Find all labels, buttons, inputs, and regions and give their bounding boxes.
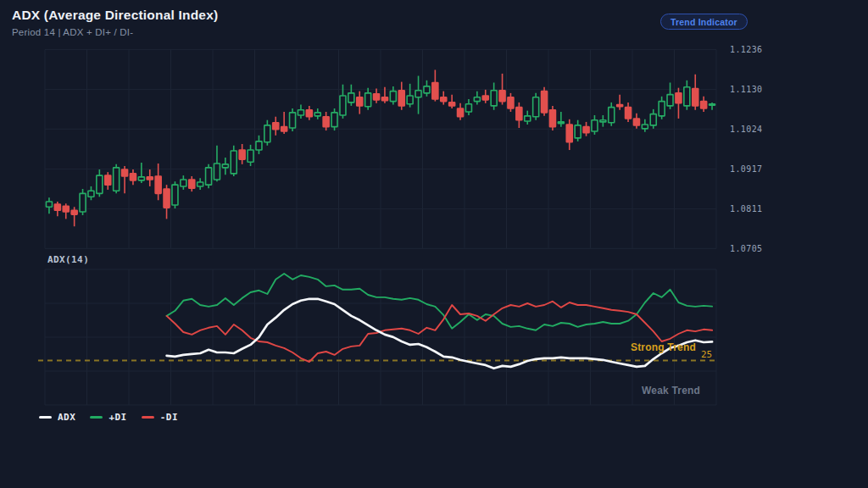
bull-candle (667, 82, 673, 108)
bear-candle (626, 103, 632, 122)
bull-candle (365, 88, 371, 110)
bull-candle (407, 84, 413, 108)
bull-candle (533, 93, 539, 120)
chart-app: ADX (Average Directional Index) Period 1… (0, 0, 868, 488)
minus-di-line-swatch (142, 416, 154, 419)
legend-item-adx[interactable]: ADX (39, 412, 75, 423)
legend-item-plus-di[interactable]: +DI (90, 412, 126, 423)
bull-candle (172, 181, 178, 208)
bull-candle (264, 120, 270, 146)
price-axis-tick: 1.0705 (730, 244, 781, 253)
bull-candle (684, 80, 690, 110)
bull-candle (214, 146, 220, 181)
bear-candle (147, 169, 153, 186)
bull-candle (642, 119, 648, 132)
bear-candle (516, 103, 522, 128)
bull-candle (114, 164, 120, 193)
bear-candle (239, 144, 245, 164)
adx-line-swatch (39, 416, 52, 419)
legend-item-minus-di[interactable]: -DI (142, 412, 178, 423)
bear-candle (458, 103, 464, 120)
bull-candle (609, 103, 615, 126)
bull-candle (222, 158, 228, 175)
plus-di-line-swatch (90, 416, 103, 419)
bull-candle (181, 175, 186, 190)
page-title: ADX (Average Directional Index) (12, 8, 218, 23)
plusminus-di-line (167, 274, 713, 330)
bear-candle (508, 93, 514, 112)
bull-candle (474, 92, 480, 105)
price-axis-tick: 1.0917 (730, 164, 781, 174)
bear-candle (54, 202, 60, 216)
bull-candle (231, 146, 236, 176)
weak-trend-label: Weak Trend (642, 385, 700, 396)
bear-candle (633, 114, 639, 129)
threshold-value-label: 25 (701, 349, 712, 360)
bull-candle (558, 112, 564, 127)
legend-label: +DI (108, 412, 126, 423)
bull-candle (138, 163, 144, 183)
trend-indicator-badge[interactable]: Trend Indicator (660, 14, 748, 30)
bear-candle (71, 207, 77, 226)
bull-candle (575, 120, 581, 141)
bear-candle (374, 89, 380, 103)
bull-candle (659, 97, 665, 119)
bear-candle (273, 117, 279, 136)
bear-candle (449, 95, 455, 108)
page-subtitle: Period 14 | ADX + DI+ / DI- (12, 27, 218, 37)
bull-candle (290, 108, 296, 131)
bear-candle (189, 176, 195, 191)
bear-candle (398, 82, 404, 110)
bull-candle (80, 189, 86, 215)
bear-candle (583, 122, 589, 136)
bear-candle (164, 185, 170, 219)
bear-candle (323, 112, 329, 130)
price-axis-tick: 1.1024 (730, 125, 781, 134)
bear-candle (482, 90, 488, 103)
bull-candle (415, 76, 421, 114)
bull-candle (525, 111, 531, 125)
bear-candle (542, 87, 548, 116)
price-axis-tick: 1.0811 (730, 204, 781, 214)
bear-candle (122, 166, 128, 193)
bull-candle (298, 105, 303, 119)
bear-candle (441, 92, 447, 105)
bull-candle (592, 115, 598, 135)
bull-candle (348, 85, 354, 106)
legend-label: ADX (58, 412, 75, 423)
bull-candle (331, 108, 337, 130)
bull-candle (465, 99, 471, 115)
bull-candle (650, 109, 656, 129)
strong-trend-label: Strong Trend (593, 341, 696, 353)
bull-candle (248, 145, 253, 166)
bear-candle (617, 95, 623, 110)
price-axis-tick: 1.1236 (730, 45, 781, 54)
bear-candle (693, 75, 698, 110)
bull-candle (206, 164, 212, 188)
bear-candle (357, 92, 363, 114)
bear-candle (566, 119, 572, 150)
bull-candle (198, 178, 203, 190)
bear-candle (432, 69, 438, 101)
bear-candle (105, 172, 111, 190)
bear-candle (281, 112, 287, 134)
bull-candle (491, 82, 497, 109)
legend: ADX +DI -DI (39, 412, 178, 423)
bear-candle (549, 106, 555, 130)
adx-line (167, 299, 713, 369)
bear-candle (63, 203, 69, 219)
bear-candle (130, 169, 136, 185)
bull-candle (424, 80, 430, 97)
bull-candle (97, 169, 103, 197)
bear-candle (676, 88, 682, 119)
bull-candle (314, 108, 320, 119)
indicator-title: ADX(14) (47, 254, 89, 265)
price-axis-tick: 1.1130 (730, 85, 781, 94)
bear-candle (701, 97, 707, 112)
header: ADX (Average Directional Index) Period 1… (12, 8, 218, 37)
bull-candle (256, 136, 262, 154)
bear-candle (306, 106, 312, 120)
bull-candle (46, 197, 52, 214)
bull-candle (88, 186, 94, 200)
bull-candle (709, 103, 715, 110)
